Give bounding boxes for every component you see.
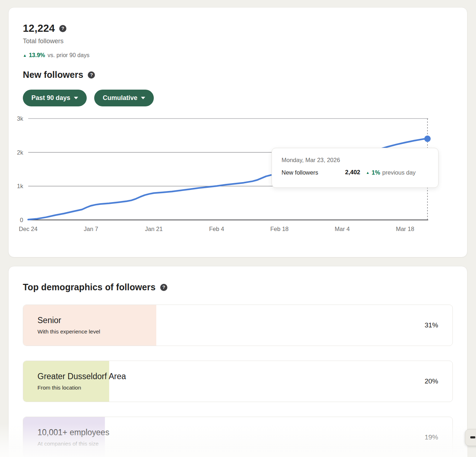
followers-overview-card: 12,224 Total followers 13.9% vs. prior 9…	[8, 7, 467, 257]
help-icon[interactable]	[59, 25, 66, 32]
trend-comparison-label: vs. prior 90 days	[47, 52, 89, 59]
tooltip-change-suffix: previous day	[382, 169, 416, 176]
floating-action-button[interactable]	[465, 429, 476, 446]
demographic-subtitle: At companies of this size	[37, 441, 452, 447]
demographic-title: 10,001+ employees	[37, 428, 452, 437]
tooltip-change: 1%	[371, 169, 380, 176]
svg-text:Dec 24: Dec 24	[19, 226, 37, 232]
new-followers-chart-area: 3k2k1k0Dec 24Jan 7Jan 21Feb 4Feb 18Mar 4…	[9, 116, 461, 235]
svg-text:Feb 18: Feb 18	[270, 226, 288, 232]
time-range-dropdown[interactable]: Past 90 days	[23, 90, 87, 106]
tooltip-value: 2,402	[345, 169, 360, 176]
total-followers-value: 12,224	[23, 22, 55, 34]
svg-text:Jan 21: Jan 21	[145, 226, 163, 232]
demographic-title: Greater Dusseldorf Area	[37, 372, 452, 381]
help-icon[interactable]	[88, 71, 95, 79]
help-icon[interactable]	[160, 284, 167, 291]
fab-glyph-icon	[470, 436, 475, 438]
svg-text:Mar 4: Mar 4	[335, 226, 350, 232]
chevron-down-icon	[74, 97, 78, 99]
demographic-row-company-size: 10,001+ employees At companies of this s…	[23, 417, 453, 457]
demographic-percent: 31%	[425, 321, 438, 329]
time-range-label: Past 90 days	[31, 94, 70, 102]
trend-up-icon	[23, 53, 27, 57]
total-followers-label: Total followers	[23, 37, 453, 45]
svg-text:Feb 4: Feb 4	[209, 226, 224, 232]
aggregation-label: Cumulative	[103, 94, 137, 102]
new-followers-heading: New followers	[23, 70, 83, 80]
demographic-title: Senior	[37, 316, 452, 325]
svg-text:0: 0	[20, 217, 23, 223]
demographic-row-location: Greater Dusseldorf Area From this locati…	[23, 361, 453, 402]
svg-text:3k: 3k	[17, 116, 24, 122]
demographic-percent: 19%	[425, 433, 438, 441]
demographics-heading: Top demographics of followers	[23, 282, 156, 292]
demographic-subtitle: From this location	[37, 385, 452, 391]
followers-trend: 13.9% vs. prior 90 days	[23, 52, 453, 59]
demographic-row-experience: Senior With this experience level 31%	[23, 305, 453, 346]
svg-text:Mar 18: Mar 18	[396, 226, 414, 232]
svg-text:2k: 2k	[17, 149, 24, 156]
svg-text:Jan 7: Jan 7	[84, 226, 98, 232]
chart-filters: Past 90 days Cumulative	[23, 90, 453, 106]
chart-tooltip: Monday, Mar 23, 2026 New followers 2,402…	[272, 148, 439, 188]
chevron-down-icon	[141, 97, 145, 99]
demographic-subtitle: With this experience level	[37, 328, 452, 335]
aggregation-dropdown[interactable]: Cumulative	[94, 90, 154, 106]
tooltip-series-label: New followers	[282, 169, 345, 176]
demographic-percent: 20%	[425, 377, 438, 385]
trend-value: 13.9%	[29, 52, 45, 59]
demographics-list: Senior With this experience level 31% Gr…	[23, 305, 453, 457]
top-demographics-card: Top demographics of followers Senior Wit…	[8, 266, 467, 457]
tooltip-date: Monday, Mar 23, 2026	[282, 157, 429, 164]
trend-up-icon	[366, 171, 370, 175]
svg-text:1k: 1k	[17, 183, 24, 189]
